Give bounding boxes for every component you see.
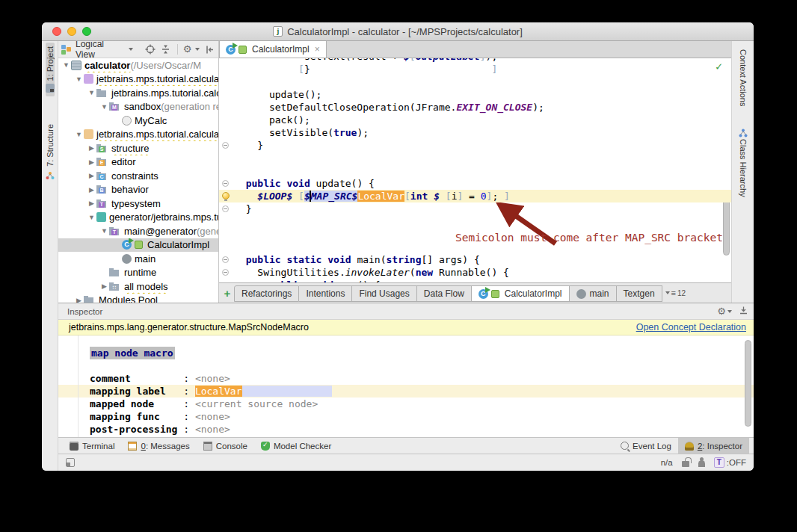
gear-chevron-icon[interactable] <box>195 48 200 51</box>
bottom-tab-find-usages[interactable]: Find Usages <box>352 285 416 302</box>
gear-icon[interactable]: ⚙ <box>717 306 726 317</box>
chevron-down-icon[interactable] <box>129 48 133 51</box>
bottom-tab-intentions[interactable]: Intentions <box>299 285 352 302</box>
fold-marker-icon[interactable] <box>222 269 229 276</box>
tree-item-behavior[interactable]: ▶behavior <box>58 183 218 197</box>
code-line[interactable] <box>219 215 731 228</box>
tab-list-dropdown[interactable]: ≡ 12 <box>665 288 686 297</box>
inspector-row-value[interactable]: <none> <box>195 411 230 422</box>
hide-panel-icon[interactable] <box>203 43 215 55</box>
hector-inspections-icon[interactable] <box>698 460 705 467</box>
tree-collapsed-arrow-icon[interactable]: ▶ <box>87 158 96 166</box>
tree-item-constraints[interactable]: ▶constraints <box>58 169 218 183</box>
inspector-row-mapped-node[interactable]: mapped node: <current source node> <box>58 398 754 410</box>
toolwindow-tab-project[interactable]: 1: Project <box>46 43 55 96</box>
code-line[interactable]: } <box>219 139 731 152</box>
tree-collapsed-arrow-icon[interactable]: ▶ <box>87 200 96 207</box>
tree-item-jetbrains-mps-tutorial-calcula[interactable]: ▼jetbrains.mps.tutorial.calculator <box>58 86 218 100</box>
code-line[interactable]: [} ] <box>219 63 731 75</box>
fold-marker-icon[interactable] <box>222 180 229 187</box>
tree-expanded-arrow-icon[interactable]: ▼ <box>74 131 84 138</box>
bottom-tab-data-flow[interactable]: Data Flow <box>417 285 472 302</box>
code-line[interactable]: SwingUtilities.invokeLater(new Runnable(… <box>219 266 731 279</box>
tree-expanded-arrow-icon[interactable]: ▼ <box>99 103 109 111</box>
fold-marker-icon[interactable] <box>222 256 229 263</box>
tree-item-typesystem[interactable]: ▶typesystem <box>58 197 218 211</box>
tree-item-structure[interactable]: ▶structure <box>58 141 218 155</box>
toolwindow-button-event-log[interactable]: Event Log <box>614 438 678 454</box>
tree-item-modules-pool[interactable]: ▶Modules Pool <box>58 294 218 303</box>
inspector-body[interactable]: map node macro comment: <none>mapping la… <box>58 335 754 437</box>
bottom-tab-main[interactable]: main <box>570 285 617 302</box>
code-line[interactable] <box>219 241 731 253</box>
toolwindow-tab-structure[interactable]: 7: Structure <box>46 120 55 182</box>
code-line[interactable]: pack(); <box>219 114 731 126</box>
zoom-window-button[interactable] <box>82 27 91 36</box>
toolwindow-button-2-inspector[interactable]: 2: Inspector <box>678 438 749 454</box>
code-line[interactable] <box>219 152 731 164</box>
minimize-window-button[interactable] <box>67 27 76 36</box>
close-icon[interactable]: × <box>315 44 320 55</box>
code-line[interactable]: public static void main(string[] args) { <box>219 253 731 266</box>
toolwindow-button-model-checker[interactable]: Model Checker <box>254 438 338 454</box>
inspector-row-mapping-func[interactable]: mapping func: <none> <box>58 410 754 423</box>
close-window-button[interactable] <box>52 27 61 36</box>
toolwindow-tab-context-actions[interactable]: Context Actions <box>739 46 748 110</box>
tree-item-jetbrains-mps-tutorial-calcula[interactable]: ▼jetbrains.mps.tutorial.calculator <box>58 128 218 142</box>
bottom-tab-refactorings[interactable]: Refactorings <box>234 285 299 302</box>
tree-item-mycalc[interactable]: MyCalc <box>58 114 218 128</box>
tree-item-editor[interactable]: ▶editor <box>58 155 218 170</box>
intention-bulb-icon[interactable] <box>222 192 230 200</box>
tree-item-main[interactable]: main <box>58 252 218 266</box>
fold-marker-icon[interactable] <box>222 205 229 212</box>
tree-item-runtime[interactable]: runtime <box>58 266 218 280</box>
view-selector[interactable]: Logical View <box>76 39 125 60</box>
code-line[interactable] <box>219 75 731 88</box>
inspector-row-value[interactable]: <none> <box>195 424 230 435</box>
inspector-row-value[interactable]: <none> <box>195 373 230 384</box>
inspector-scrollbar[interactable] <box>745 340 751 427</box>
caret-position[interactable]: n/a <box>661 458 673 467</box>
dock-icon[interactable] <box>739 306 748 316</box>
inspector-row-post-processing[interactable]: post-processing: <none> <box>58 423 754 436</box>
open-concept-declaration-link[interactable]: Open Concept Declaration <box>636 322 746 332</box>
code-line[interactable]: setDefaultCloseOperation(JFrame.EXIT_ON_… <box>219 101 731 114</box>
tree-expanded-arrow-icon[interactable]: ▼ <box>99 227 109 235</box>
code-editor[interactable]: ✓ Semicolon must come after MAP_SRC brac… <box>219 58 731 282</box>
inspector-row-comment[interactable]: comment: <none> <box>58 372 754 385</box>
gear-icon[interactable]: ⚙ <box>183 44 192 55</box>
unlock-icon[interactable] <box>682 461 689 467</box>
typesystem-toggle[interactable]: T <box>714 457 724 468</box>
collapse-all-icon[interactable] <box>160 43 172 55</box>
bottom-tab-calculatorimpl[interactable]: CCalculatorImpl <box>472 285 570 302</box>
tree-item-sandbox[interactable]: ▼sandbox (generation required) <box>58 100 218 114</box>
tree-item-calculatorimpl[interactable]: CCalculatorImpl <box>58 238 218 253</box>
code-line[interactable] <box>219 164 731 177</box>
tree-item-calculator[interactable]: ▼calculator (/Users/Oscar/M <box>58 58 218 72</box>
tree-collapsed-arrow-icon[interactable]: ▶ <box>87 144 96 152</box>
code-line[interactable]: public void update() { <box>219 177 731 190</box>
code-line[interactable]: $LOOP$ [$MAP_SRC$LocalVar[int $ [i] = 0]… <box>219 190 731 202</box>
tree-collapsed-arrow-icon[interactable]: ▶ <box>87 172 96 179</box>
editor-tab-calculatorimpl[interactable]: C CalculatorImpl × <box>219 41 327 58</box>
tree-expanded-arrow-icon[interactable]: ▼ <box>87 89 96 96</box>
code-line[interactable]: } <box>219 202 731 215</box>
tree-expanded-arrow-icon[interactable]: ▼ <box>87 214 96 221</box>
toolwindow-button-0-messages[interactable]: 0: Messages <box>121 438 196 454</box>
chevron-down-icon[interactable] <box>727 310 732 313</box>
tree-item-main-generator[interactable]: ▼main@generator (generation required) <box>58 224 218 238</box>
locate-target-icon[interactable] <box>145 43 157 55</box>
tree-item-all-models[interactable]: ▶all models <box>58 279 218 294</box>
tree-item-generator-jetbrains-mps-tutori[interactable]: ▼generator/jetbrains.mps.tutorial <box>58 211 218 225</box>
tree-collapsed-arrow-icon[interactable]: ▶ <box>99 282 109 290</box>
add-tab-icon[interactable]: + <box>221 287 234 300</box>
inspector-row-value[interactable]: LocalVar <box>195 386 242 397</box>
tree-expanded-arrow-icon[interactable]: ▼ <box>61 61 71 69</box>
tree-collapsed-arrow-icon[interactable]: ▶ <box>87 186 96 194</box>
bottom-tab-textgen[interactable]: Textgen <box>617 285 662 302</box>
toolwindow-button-console[interactable]: Console <box>197 438 254 454</box>
code-line[interactable] <box>219 228 731 241</box>
tree-collapsed-arrow-icon[interactable]: ▶ <box>74 297 84 303</box>
toolwindow-tab-class-hierarchy[interactable]: Class Hierarchy <box>739 123 748 201</box>
toolwindow-toggle-icon[interactable] <box>66 458 75 467</box>
